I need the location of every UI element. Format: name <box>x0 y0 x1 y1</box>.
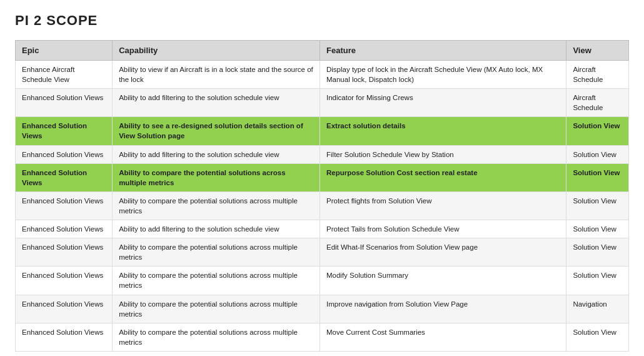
cell-view: Solution View <box>566 145 629 163</box>
cell-view: Solution View <box>566 191 629 220</box>
cell-epic: Enhanced Solution Views <box>16 220 113 238</box>
cell-capability: Ability to compare the potential solutio… <box>113 323 320 351</box>
cell-feature: Edit What-If Scenarios from Solution Vie… <box>320 238 566 267</box>
cell-epic: Enhanced Solution Views <box>16 145 113 163</box>
page-title: PI 2 SCOPE <box>15 13 629 29</box>
cell-view: Navigation <box>566 295 629 323</box>
cell-feature: Protect flights from Solution View <box>320 191 566 220</box>
cell-epic: Enhanced Solution Views <box>16 267 113 295</box>
table-header-row: Epic Capability Feature View <box>16 41 629 61</box>
table-row: Enhanced Solution ViewsAbility to add fi… <box>16 89 629 117</box>
cell-view: Solution View <box>566 220 629 238</box>
cell-feature: Move Current Cost Summaries <box>320 323 566 351</box>
col-header-feature: Feature <box>320 41 566 61</box>
col-header-view: View <box>566 41 629 61</box>
cell-feature: Improve navigation from Solution View Pa… <box>320 295 566 323</box>
cell-view: Solution View <box>566 323 629 351</box>
cell-feature: Display type of lock in the Aircraft Sch… <box>320 61 566 89</box>
cell-capability: Ability to add filtering to the solution… <box>113 220 320 238</box>
cell-capability: Ability to add filtering to the solution… <box>113 89 320 117</box>
cell-view: Aircraft Schedule <box>566 89 629 117</box>
cell-feature: Protect Tails from Solution Schedule Vie… <box>320 220 566 238</box>
cell-capability: Ability to view if an Aircraft is in a l… <box>113 61 320 89</box>
main-table: Epic Capability Feature View Enhance Air… <box>15 40 629 352</box>
col-header-epic: Epic <box>16 41 113 61</box>
table-row: Enhanced Solution ViewsAbility to see a … <box>16 117 629 145</box>
table-row: Enhanced Solution ViewsAbility to compar… <box>16 267 629 295</box>
cell-epic: Enhanced Solution Views <box>16 163 113 191</box>
table-row: Enhanced Solution ViewsAbility to add fi… <box>16 145 629 163</box>
cell-capability: Ability to see a re-designed solution de… <box>113 117 320 145</box>
table-section-1: Epic Capability Feature View Enhance Air… <box>15 40 629 352</box>
cell-epic: Enhanced Solution Views <box>16 89 113 117</box>
table-row: Enhanced Solution ViewsAbility to compar… <box>16 323 629 351</box>
cell-capability: Ability to compare the potential solutio… <box>113 267 320 295</box>
cell-capability: Ability to compare the potential solutio… <box>113 295 320 323</box>
col-header-capability: Capability <box>113 41 320 61</box>
table-row: Enhanced Solution ViewsAbility to compar… <box>16 163 629 191</box>
cell-epic: Enhanced Solution Views <box>16 117 113 145</box>
cell-epic: Enhanced Solution Views <box>16 238 113 267</box>
cell-capability: Ability to add filtering to the solution… <box>113 145 320 163</box>
cell-feature: Indicator for Missing Crews <box>320 89 566 117</box>
cell-feature: Modify Solution Summary <box>320 267 566 295</box>
cell-view: Solution View <box>566 267 629 295</box>
cell-view: Solution View <box>566 238 629 267</box>
cell-epic: Enhanced Solution Views <box>16 191 113 220</box>
cell-view: Solution View <box>566 163 629 191</box>
table-row: Enhanced Solution ViewsAbility to add fi… <box>16 220 629 238</box>
cell-view: Aircraft Schedule <box>566 61 629 89</box>
cell-feature: Extract solution details <box>320 117 566 145</box>
cell-feature: Repurpose Solution Cost section real est… <box>320 163 566 191</box>
cell-epic: Enhanced Solution Views <box>16 295 113 323</box>
cell-epic: Enhance Aircraft Schedule View <box>16 61 113 89</box>
table-row: Enhance Aircraft Schedule ViewAbility to… <box>16 61 629 89</box>
table-row: Enhanced Solution ViewsAbility to compar… <box>16 238 629 267</box>
cell-feature: Filter Solution Schedule View by Station <box>320 145 566 163</box>
cell-epic: Enhanced Solution Views <box>16 323 113 351</box>
cell-view: Solution View <box>566 117 629 145</box>
cell-capability: Ability to compare the potential solutio… <box>113 191 320 220</box>
cell-capability: Ability to compare the potential solutio… <box>113 163 320 191</box>
table-row: Enhanced Solution ViewsAbility to compar… <box>16 191 629 220</box>
cell-capability: Ability to compare the potential solutio… <box>113 238 320 267</box>
table-row: Enhanced Solution ViewsAbility to compar… <box>16 295 629 323</box>
